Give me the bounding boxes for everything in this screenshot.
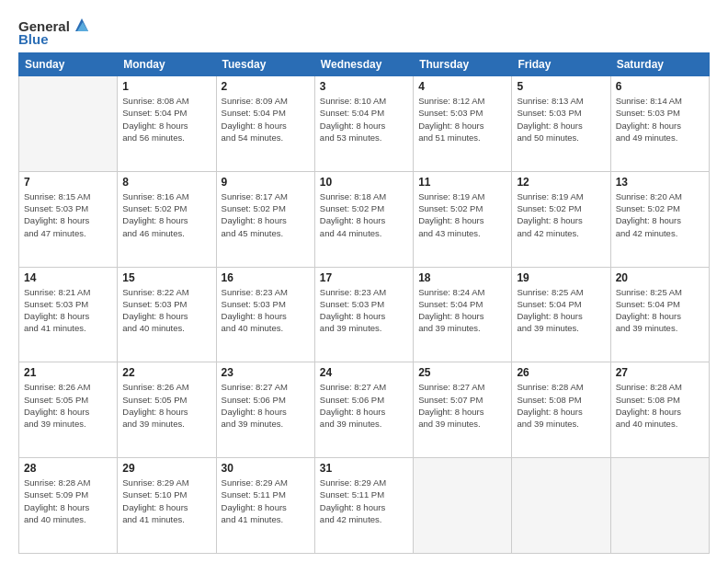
calendar-cell: 2Sunrise: 8:09 AM Sunset: 5:04 PM Daylig… — [216, 76, 314, 172]
day-number: 20 — [616, 271, 704, 284]
day-detail: Sunrise: 8:29 AM Sunset: 5:10 PM Dayligh… — [122, 477, 210, 525]
day-number: 24 — [320, 366, 408, 379]
logo-icon — [72, 15, 92, 35]
calendar-cell: 16Sunrise: 8:23 AM Sunset: 5:03 PM Dayli… — [216, 267, 314, 362]
day-detail: Sunrise: 8:13 AM Sunset: 5:03 PM Dayligh… — [517, 95, 605, 144]
calendar-table: SundayMondayTuesdayWednesdayThursdayFrid… — [18, 52, 710, 554]
day-detail: Sunrise: 8:18 AM Sunset: 5:02 PM Dayligh… — [320, 190, 408, 239]
day-number: 16 — [222, 271, 310, 284]
calendar-cell: 1Sunrise: 8:08 AM Sunset: 5:04 PM Daylig… — [118, 76, 216, 172]
day-number: 17 — [320, 271, 408, 284]
day-detail: Sunrise: 8:19 AM Sunset: 5:02 PM Dayligh… — [418, 190, 506, 239]
calendar-cell: 13Sunrise: 8:20 AM Sunset: 5:02 PM Dayli… — [610, 171, 709, 267]
day-detail: Sunrise: 8:24 AM Sunset: 5:04 PM Dayligh… — [418, 286, 506, 335]
calendar-cell — [19, 76, 118, 172]
calendar-cell: 14Sunrise: 8:21 AM Sunset: 5:03 PM Dayli… — [19, 267, 118, 362]
day-number: 21 — [24, 366, 112, 379]
calendar-cell: 29Sunrise: 8:29 AM Sunset: 5:10 PM Dayli… — [118, 458, 216, 554]
day-number: 2 — [222, 80, 310, 93]
calendar-page: General Blue SundayMondayTuesdayWednesda… — [0, 0, 728, 563]
day-number: 22 — [122, 366, 210, 379]
day-number: 27 — [616, 366, 704, 379]
day-number: 8 — [122, 176, 210, 189]
calendar-week-row: 14Sunrise: 8:21 AM Sunset: 5:03 PM Dayli… — [19, 267, 710, 362]
calendar-cell: 8Sunrise: 8:16 AM Sunset: 5:02 PM Daylig… — [118, 171, 216, 267]
calendar-cell: 24Sunrise: 8:27 AM Sunset: 5:06 PM Dayli… — [314, 362, 413, 458]
column-header-wednesday: Wednesday — [314, 53, 413, 76]
logo-blue: Blue — [18, 31, 49, 47]
day-detail: Sunrise: 8:29 AM Sunset: 5:11 PM Dayligh… — [222, 477, 310, 525]
day-number: 19 — [517, 271, 605, 284]
day-number: 7 — [24, 176, 112, 189]
calendar-cell: 30Sunrise: 8:29 AM Sunset: 5:11 PM Dayli… — [216, 458, 314, 554]
calendar-week-row: 21Sunrise: 8:26 AM Sunset: 5:05 PM Dayli… — [19, 362, 710, 458]
day-number: 5 — [517, 80, 605, 93]
day-number: 13 — [616, 176, 704, 189]
calendar-cell: 18Sunrise: 8:24 AM Sunset: 5:04 PM Dayli… — [414, 267, 512, 362]
day-number: 1 — [122, 80, 210, 93]
calendar-cell: 23Sunrise: 8:27 AM Sunset: 5:06 PM Dayli… — [216, 362, 314, 458]
day-detail: Sunrise: 8:10 AM Sunset: 5:04 PM Dayligh… — [320, 95, 408, 144]
column-header-tuesday: Tuesday — [216, 53, 314, 76]
calendar-cell: 6Sunrise: 8:14 AM Sunset: 5:03 PM Daylig… — [610, 76, 709, 172]
logo: General Blue — [18, 17, 92, 47]
day-number: 15 — [122, 271, 210, 284]
day-detail: Sunrise: 8:16 AM Sunset: 5:02 PM Dayligh… — [122, 190, 210, 239]
day-detail: Sunrise: 8:29 AM Sunset: 5:11 PM Dayligh… — [320, 477, 408, 525]
calendar-cell: 25Sunrise: 8:27 AM Sunset: 5:07 PM Dayli… — [414, 362, 512, 458]
day-number: 12 — [517, 176, 605, 189]
day-detail: Sunrise: 8:14 AM Sunset: 5:03 PM Dayligh… — [616, 95, 704, 144]
calendar-week-row: 7Sunrise: 8:15 AM Sunset: 5:03 PM Daylig… — [19, 171, 710, 267]
day-detail: Sunrise: 8:19 AM Sunset: 5:02 PM Dayligh… — [517, 190, 605, 239]
day-number: 25 — [418, 366, 506, 379]
column-header-monday: Monday — [118, 53, 216, 76]
calendar-cell: 22Sunrise: 8:26 AM Sunset: 5:05 PM Dayli… — [118, 362, 216, 458]
day-number: 18 — [418, 271, 506, 284]
calendar-header-row: SundayMondayTuesdayWednesdayThursdayFrid… — [19, 53, 710, 76]
day-detail: Sunrise: 8:28 AM Sunset: 5:09 PM Dayligh… — [24, 477, 112, 525]
calendar-cell: 11Sunrise: 8:19 AM Sunset: 5:02 PM Dayli… — [414, 171, 512, 267]
calendar-cell: 27Sunrise: 8:28 AM Sunset: 5:08 PM Dayli… — [610, 362, 709, 458]
day-detail: Sunrise: 8:25 AM Sunset: 5:04 PM Dayligh… — [517, 286, 605, 335]
calendar-cell: 10Sunrise: 8:18 AM Sunset: 5:02 PM Dayli… — [314, 171, 413, 267]
day-number: 26 — [517, 366, 605, 379]
calendar-cell: 3Sunrise: 8:10 AM Sunset: 5:04 PM Daylig… — [314, 76, 413, 172]
day-detail: Sunrise: 8:27 AM Sunset: 5:06 PM Dayligh… — [222, 381, 310, 430]
day-detail: Sunrise: 8:17 AM Sunset: 5:02 PM Dayligh… — [222, 190, 310, 239]
column-header-thursday: Thursday — [414, 53, 512, 76]
calendar-cell: 21Sunrise: 8:26 AM Sunset: 5:05 PM Dayli… — [19, 362, 118, 458]
day-detail: Sunrise: 8:20 AM Sunset: 5:02 PM Dayligh… — [616, 190, 704, 239]
calendar-week-row: 28Sunrise: 8:28 AM Sunset: 5:09 PM Dayli… — [19, 458, 710, 554]
day-detail: Sunrise: 8:08 AM Sunset: 5:04 PM Dayligh… — [122, 95, 210, 144]
day-detail: Sunrise: 8:12 AM Sunset: 5:03 PM Dayligh… — [418, 95, 506, 144]
calendar-cell: 9Sunrise: 8:17 AM Sunset: 5:02 PM Daylig… — [216, 171, 314, 267]
day-detail: Sunrise: 8:21 AM Sunset: 5:03 PM Dayligh… — [24, 286, 112, 335]
day-detail: Sunrise: 8:28 AM Sunset: 5:08 PM Dayligh… — [616, 381, 704, 430]
header: General Blue — [18, 17, 710, 47]
calendar-cell — [610, 458, 709, 554]
day-number: 10 — [320, 176, 408, 189]
calendar-cell: 28Sunrise: 8:28 AM Sunset: 5:09 PM Dayli… — [19, 458, 118, 554]
day-number: 23 — [222, 366, 310, 379]
column-header-sunday: Sunday — [19, 53, 118, 76]
calendar-cell: 26Sunrise: 8:28 AM Sunset: 5:08 PM Dayli… — [512, 362, 610, 458]
day-number: 31 — [320, 462, 408, 475]
calendar-cell: 20Sunrise: 8:25 AM Sunset: 5:04 PM Dayli… — [610, 267, 709, 362]
calendar-cell: 5Sunrise: 8:13 AM Sunset: 5:03 PM Daylig… — [512, 76, 610, 172]
day-number: 28 — [24, 462, 112, 475]
day-number: 6 — [616, 80, 704, 93]
day-number: 29 — [122, 462, 210, 475]
calendar-cell — [414, 458, 512, 554]
calendar-cell: 17Sunrise: 8:23 AM Sunset: 5:03 PM Dayli… — [314, 267, 413, 362]
day-detail: Sunrise: 8:23 AM Sunset: 5:03 PM Dayligh… — [320, 286, 408, 335]
day-number: 11 — [418, 176, 506, 189]
day-detail: Sunrise: 8:25 AM Sunset: 5:04 PM Dayligh… — [616, 286, 704, 335]
calendar-cell: 19Sunrise: 8:25 AM Sunset: 5:04 PM Dayli… — [512, 267, 610, 362]
calendar-cell — [512, 458, 610, 554]
day-detail: Sunrise: 8:09 AM Sunset: 5:04 PM Dayligh… — [222, 95, 310, 144]
day-number: 14 — [24, 271, 112, 284]
day-detail: Sunrise: 8:27 AM Sunset: 5:06 PM Dayligh… — [320, 381, 408, 430]
day-detail: Sunrise: 8:26 AM Sunset: 5:05 PM Dayligh… — [122, 381, 210, 430]
day-number: 9 — [222, 176, 310, 189]
calendar-cell: 7Sunrise: 8:15 AM Sunset: 5:03 PM Daylig… — [19, 171, 118, 267]
